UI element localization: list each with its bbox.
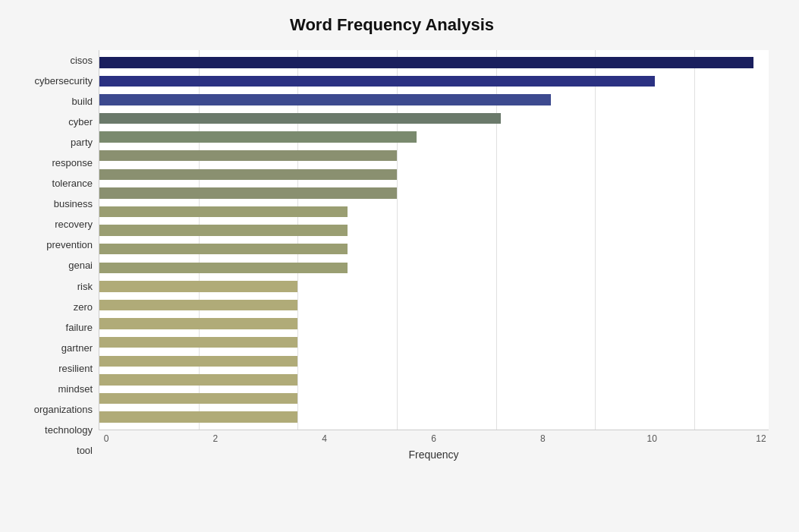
x-axis: 024681012	[99, 430, 769, 444]
bar	[99, 169, 397, 180]
bar	[99, 356, 297, 367]
bars-and-xaxis: 024681012 Frequency	[99, 50, 769, 461]
bar-row	[99, 259, 769, 278]
y-label: mindset	[58, 384, 93, 394]
y-label: prevention	[46, 240, 93, 250]
y-label: recovery	[55, 219, 93, 229]
bar-row	[99, 277, 769, 296]
y-label: resilient	[58, 364, 93, 373]
y-label: response	[52, 158, 93, 168]
x-tick: 4	[317, 433, 332, 444]
bar-row	[99, 408, 769, 427]
chart-area: cisoscybersecuritybuildcyberpartyrespons…	[15, 50, 769, 461]
bar	[99, 94, 551, 105]
bar-row	[99, 146, 769, 165]
y-label: party	[71, 137, 93, 147]
x-tick: 12	[753, 433, 769, 444]
bar-row	[99, 72, 769, 91]
bar-row	[99, 53, 769, 72]
bar	[99, 281, 297, 291]
bar	[99, 150, 397, 161]
bar-row	[99, 352, 769, 371]
x-tick: 2	[208, 433, 223, 444]
bar-row	[99, 370, 769, 389]
bar-row	[99, 389, 769, 408]
bar	[99, 76, 655, 87]
bar-row	[99, 184, 769, 203]
bar	[99, 411, 297, 422]
x-tick: 10	[644, 433, 659, 444]
bar-row	[99, 240, 769, 259]
bar-row	[99, 221, 769, 240]
y-labels: cisoscybersecuritybuildcyberpartyrespons…	[15, 50, 99, 461]
bar	[99, 57, 753, 68]
bar	[99, 225, 348, 235]
y-label: cyber	[68, 117, 93, 127]
bar	[99, 187, 397, 198]
chart-container: Word Frequency Analysis cisoscybersecuri…	[0, 0, 799, 532]
x-axis-label: Frequency	[99, 449, 769, 461]
x-tick: 8	[535, 433, 550, 444]
y-label: failure	[66, 323, 93, 332]
bar	[99, 318, 297, 329]
bar	[99, 393, 297, 404]
chart-title: Word Frequency Analysis	[15, 15, 769, 35]
y-label: business	[54, 199, 93, 209]
y-label: gartner	[61, 343, 93, 353]
bar-row	[99, 333, 769, 352]
y-label: zero	[74, 302, 93, 312]
y-label: organizations	[34, 405, 93, 414]
bar	[99, 206, 348, 217]
bar-row	[99, 165, 769, 184]
y-label: technology	[45, 425, 93, 435]
y-label: build	[72, 96, 93, 106]
y-label: cybersecurity	[34, 76, 93, 86]
bar	[99, 131, 417, 142]
y-label: tool	[77, 445, 93, 455]
y-label: cisos	[70, 55, 93, 65]
x-tick: 0	[99, 433, 114, 444]
bar	[99, 300, 297, 310]
bar	[99, 244, 348, 254]
bar-row	[99, 203, 769, 222]
y-label: tolerance	[52, 178, 93, 188]
bar	[99, 374, 297, 385]
bar-row	[99, 109, 769, 128]
bar-row	[99, 296, 769, 315]
bar-row	[99, 314, 769, 333]
bar-row	[99, 90, 769, 109]
bars-wrapper	[99, 50, 769, 430]
bar-row	[99, 127, 769, 146]
bar	[99, 263, 348, 273]
bar	[99, 113, 501, 124]
x-tick: 6	[426, 433, 441, 444]
bar	[99, 337, 297, 348]
y-label: genai	[68, 260, 93, 270]
bars-area	[99, 50, 769, 430]
y-label: risk	[77, 282, 93, 291]
